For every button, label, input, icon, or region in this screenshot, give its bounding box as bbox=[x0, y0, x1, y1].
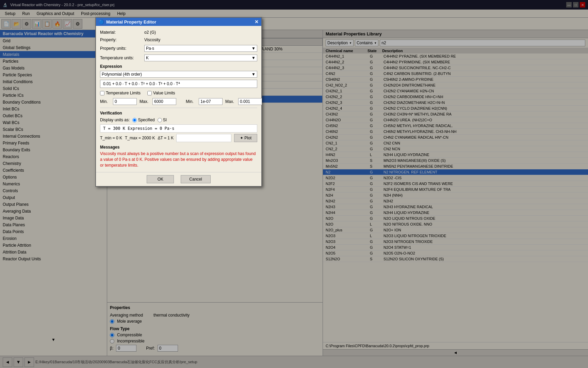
value-limits-label: Value Limits bbox=[153, 91, 175, 95]
expr-type-arrow-icon: ▼ bbox=[251, 72, 256, 77]
max-temp-label: Max. bbox=[140, 99, 150, 104]
tmax-label: T_max = 2000 K bbox=[125, 136, 155, 140]
modal-material-row: Material: o2 (G) bbox=[100, 30, 257, 35]
messages-text: Viscosity must always be a positive numb… bbox=[100, 151, 257, 168]
modal-prop-units-dropdown[interactable]: Pa·s ▼ bbox=[144, 45, 257, 52]
specified-label: Specified bbox=[138, 118, 154, 122]
verification-section: Verification Display units as: Specified… bbox=[100, 108, 257, 142]
temp-limits-check-item: Temperature Limits bbox=[100, 91, 141, 95]
expression-type-dropdown[interactable]: Polynomial (4th order) ▼ bbox=[100, 71, 257, 78]
si-radio[interactable] bbox=[158, 118, 162, 122]
minmax-row: Min. Max. Min. Max. bbox=[100, 98, 257, 105]
temp-limits-label: Temperature Limits bbox=[106, 91, 141, 95]
modal-property-row: Property: Viscosity bbox=[100, 37, 257, 42]
modal-temp-units-row: Temperature units: K ▼ bbox=[100, 55, 257, 61]
min-value-input[interactable] bbox=[199, 98, 223, 105]
modal-body: Material: o2 (G) Property: Viscosity Pro… bbox=[96, 26, 261, 172]
modal-prop-units-label: Property units: bbox=[100, 46, 144, 51]
max-value-input[interactable] bbox=[238, 98, 262, 105]
modal-prop-units-row: Property units: Pa·s ▼ bbox=[100, 45, 257, 52]
modal-overlay: 🔵 Material Property Editor ✕ Material: o… bbox=[0, 0, 588, 368]
modal-temp-units-dropdown[interactable]: K ▼ bbox=[144, 55, 257, 61]
expression-section-label: Expression bbox=[100, 64, 257, 69]
limits-row: Temperature Limits Value Limits bbox=[100, 91, 257, 95]
modal-property-label: Property: bbox=[100, 37, 144, 42]
modal-material-value: o2 (G) bbox=[144, 30, 257, 35]
display-units-label: Display units as: bbox=[100, 118, 130, 122]
modal-footer: OK Cancel bbox=[96, 172, 261, 186]
value-limits-check-item: Value Limits bbox=[147, 91, 175, 95]
ok-button[interactable]: OK bbox=[147, 175, 174, 183]
modal-material-label: Material: bbox=[100, 30, 144, 35]
messages-label: Messages bbox=[100, 145, 257, 150]
verification-label: Verification bbox=[100, 111, 257, 116]
value-limits-checkbox[interactable] bbox=[147, 91, 152, 95]
modal-title-bar: 🔵 Material Property Editor ✕ bbox=[96, 18, 261, 26]
messages-section: Messages Viscosity must always be a posi… bbox=[100, 145, 257, 168]
si-label: SI bbox=[163, 118, 167, 122]
max-value-label: Max. bbox=[225, 99, 235, 104]
t-range-input[interactable] bbox=[176, 134, 231, 142]
si-radio-item: SI bbox=[158, 118, 167, 122]
material-property-editor: 🔵 Material Property Editor ✕ Material: o… bbox=[95, 17, 262, 187]
specified-radio-item: Specified bbox=[132, 118, 154, 122]
specified-radio[interactable] bbox=[132, 118, 137, 122]
modal-temp-units-label: Temperature units: bbox=[100, 56, 144, 60]
min-temp-label: Min. bbox=[100, 99, 110, 104]
plot-button[interactable]: ✦ Plot bbox=[234, 134, 257, 142]
min-value-label: Min. bbox=[186, 99, 196, 104]
max-temp-input[interactable] bbox=[152, 98, 176, 105]
tmin-tmax-row: T_min = 0 K T_max = 2000 K ΔT = 1 K ✦ Pl… bbox=[100, 134, 257, 142]
tmin-label: T_min = 0 K bbox=[100, 136, 122, 140]
temp-limits-checkbox[interactable] bbox=[100, 91, 104, 95]
delta-t-label: ΔT = 1 K bbox=[158, 136, 174, 140]
modal-title: Material Property Editor bbox=[106, 19, 156, 25]
min-temp-input[interactable] bbox=[113, 98, 137, 105]
cancel-button[interactable]: Cancel bbox=[181, 175, 210, 183]
modal-property-value: Viscosity bbox=[144, 37, 257, 42]
expression-result-row: T = 300 K Expression = 0 Pa·s bbox=[100, 124, 257, 133]
expression-input[interactable]: 0.01 + 0.0 · T + 0.0 · T² + 0.0 · T³ + 0… bbox=[100, 80, 257, 88]
modal-close-button[interactable]: ✕ bbox=[255, 19, 259, 25]
modal-icon: 🔵 bbox=[99, 19, 104, 25]
prop-units-arrow-icon: ▼ bbox=[251, 46, 256, 51]
display-units-row: Display units as: Specified SI bbox=[100, 118, 257, 122]
temp-units-arrow-icon: ▼ bbox=[251, 56, 256, 60]
